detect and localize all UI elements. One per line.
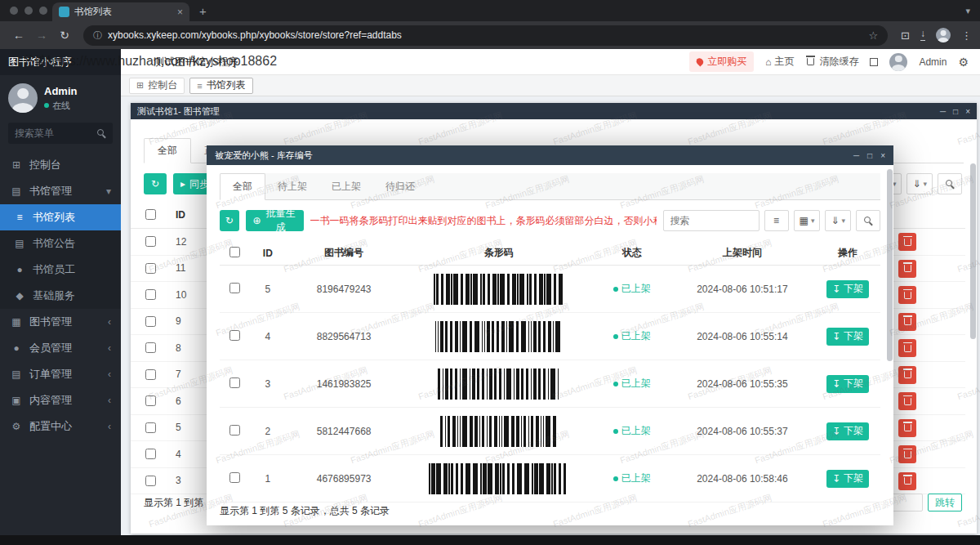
row-checkbox[interactable] [145, 342, 156, 353]
delete-button[interactable] [898, 339, 916, 357]
delete-button[interactable] [898, 392, 916, 410]
row-checkbox[interactable] [229, 472, 240, 483]
take-down-button[interactable]: ↧下架 [826, 470, 869, 488]
delete-button[interactable] [898, 472, 916, 490]
take-down-button[interactable]: ↧下架 [826, 422, 869, 440]
menu-search-input[interactable] [15, 127, 92, 139]
export-button[interactable]: ⇓▾ [825, 210, 851, 231]
tab-to-return[interactable]: 待归还 [373, 174, 427, 199]
sidebar-item-basic-service[interactable]: ◆基础服务 [0, 283, 121, 309]
sidebar-item-library-notice[interactable]: ▤书馆公告 [0, 230, 121, 257]
row-checkbox[interactable] [229, 283, 240, 293]
home-link[interactable]: ⌂主页 [765, 55, 794, 69]
back-button[interactable]: ← [8, 29, 29, 42]
row-checkbox[interactable] [145, 369, 156, 380]
modal-titlebar[interactable]: 被宠爱的小熊 - 库存编号 ─ □ × [207, 145, 893, 165]
tab-all[interactable]: 全部 [144, 138, 191, 163]
zoom-window-button[interactable] [39, 7, 47, 15]
export-button[interactable]: ⇓▾ [906, 173, 933, 194]
take-down-button[interactable]: ↧下架 [826, 328, 869, 346]
delete-button[interactable] [898, 445, 916, 463]
avatar[interactable] [8, 83, 38, 113]
view-toggle-button[interactable]: ≡ [764, 210, 789, 231]
row-checkbox[interactable] [145, 316, 156, 327]
search-toggle-button[interactable] [938, 173, 962, 194]
new-tab-button[interactable]: + [199, 4, 207, 18]
row-checkbox[interactable] [145, 395, 156, 406]
clear-cache-link[interactable]: 清除缓存 [805, 55, 858, 69]
fullscreen-icon[interactable] [870, 58, 878, 66]
site-name[interactable]: 测试图书馆小程序 [154, 55, 238, 69]
modal-scrollbar[interactable] [887, 168, 893, 522]
gear-icon[interactable]: ⚙ [958, 56, 969, 69]
refresh-button[interactable]: ↻ [144, 173, 167, 194]
modal-minimize-icon[interactable]: ─ [853, 151, 859, 160]
sidebar-search[interactable] [8, 123, 113, 144]
delete-button[interactable] [898, 286, 916, 304]
delete-button[interactable] [898, 366, 916, 384]
close-icon[interactable]: × [965, 107, 970, 116]
batch-generate-button[interactable]: ⊕批量生成 [246, 210, 304, 231]
search-toggle-button[interactable] [856, 210, 880, 231]
sidebar-item-member-mgmt[interactable]: ●会员管理‹ [0, 335, 121, 361]
browser-tab[interactable]: 书馆列表 × [52, 2, 189, 21]
sidebar-item-dashboard[interactable]: ⊞控制台 [0, 152, 121, 178]
row-checkbox[interactable] [145, 263, 156, 274]
delete-button[interactable] [898, 419, 916, 437]
sidebar-item-order-mgmt[interactable]: ▤订单管理‹ [0, 361, 121, 387]
site-info-icon[interactable]: ⓘ [93, 29, 102, 42]
take-down-button[interactable]: ↧下架 [826, 280, 869, 298]
sidebar-item-config-center[interactable]: ⚙配置中心‹ [0, 413, 121, 440]
sidebar-item-library-mgmt[interactable]: ▤书馆管理▾ [0, 178, 121, 204]
row-checkbox[interactable] [145, 449, 156, 459]
downloads-icon[interactable]: ↓ [920, 29, 925, 41]
scrollbar-thumb[interactable] [970, 163, 976, 339]
app-logo[interactable]: 图书馆小程序 [0, 49, 121, 75]
window-scrollbar[interactable] [970, 123, 976, 530]
maximize-icon[interactable]: □ [953, 107, 958, 116]
row-checkbox[interactable] [145, 422, 156, 433]
take-down-button[interactable]: ↧下架 [826, 375, 869, 393]
select-all-checkbox[interactable] [145, 209, 156, 220]
delete-button[interactable] [898, 313, 916, 331]
close-window-button[interactable] [10, 7, 18, 15]
refresh-button[interactable]: ↻ [220, 210, 239, 231]
row-checkbox[interactable] [229, 425, 240, 436]
bookmark-star-icon[interactable]: ☆ [868, 29, 878, 42]
browser-menu-icon[interactable]: ⋮ [961, 29, 972, 42]
delete-button[interactable] [898, 233, 916, 251]
row-checkbox[interactable] [145, 236, 156, 247]
sidebar-item-book-mgmt[interactable]: ▦图书管理‹ [0, 309, 121, 335]
row-checkbox[interactable] [145, 289, 156, 300]
buy-now-button[interactable]: 立即购买 [689, 51, 754, 72]
window-titlebar[interactable]: 测试书馆1- 图书管理 ─ □ × [131, 103, 977, 119]
scrollbar-thumb[interactable] [887, 169, 893, 361]
sidebar-item-content-mgmt[interactable]: ▣内容管理‹ [0, 387, 121, 413]
tab-list-chevron-icon[interactable]: ▾ [965, 6, 970, 16]
tab-all[interactable]: 全部 [220, 173, 265, 200]
modal-maximize-icon[interactable]: □ [867, 151, 872, 160]
row-checkbox[interactable] [229, 330, 240, 341]
columns-button[interactable]: ▦▾ [794, 210, 821, 231]
sidebar-item-library-list[interactable]: ≡书馆列表 [0, 204, 121, 230]
row-checkbox[interactable] [229, 377, 240, 388]
forward-button[interactable]: → [31, 29, 52, 42]
reload-button[interactable]: ↻ [54, 29, 75, 42]
search-input[interactable] [663, 210, 760, 231]
tab-close-icon[interactable]: × [177, 7, 183, 18]
jump-button[interactable]: 跳转 [928, 494, 962, 511]
tab-library-list[interactable]: ≡书馆列表 [189, 78, 252, 94]
tab-on-shelf[interactable]: 已上架 [319, 174, 373, 199]
select-all-checkbox[interactable] [229, 247, 240, 257]
modal-close-icon[interactable]: × [880, 151, 885, 160]
minimize-icon[interactable]: ─ [940, 107, 946, 116]
header-username[interactable]: Admin [919, 56, 947, 68]
page-input[interactable] [892, 494, 923, 511]
address-bar[interactable]: ⓘ xybooks.xykeep.com/xybooks.php/xybooks… [83, 25, 888, 46]
browser-profile-avatar[interactable] [936, 28, 951, 42]
sidebar-item-library-staff[interactable]: ●书馆员工 [0, 257, 121, 283]
minimize-window-button[interactable] [24, 7, 33, 15]
header-avatar[interactable] [889, 53, 907, 71]
extensions-icon[interactable]: ⊡ [901, 29, 910, 42]
tab-pending-shelf[interactable]: 待上架 [265, 174, 319, 199]
